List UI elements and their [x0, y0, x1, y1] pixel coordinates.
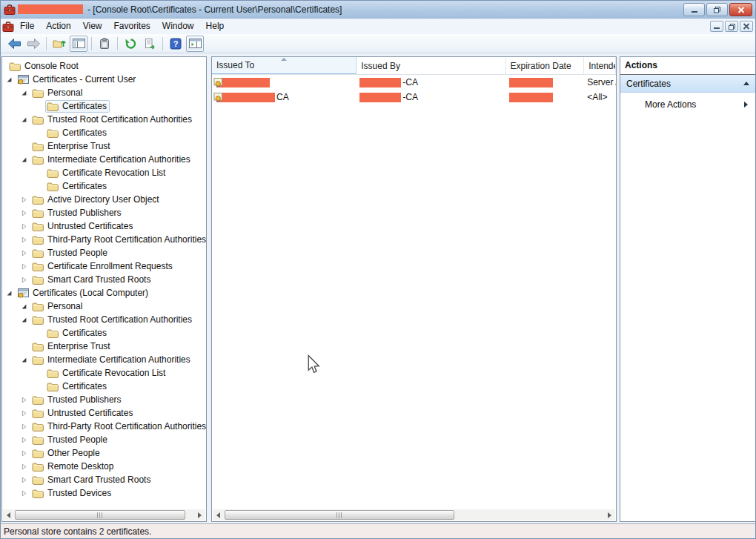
mdi-close-button[interactable]: [740, 21, 753, 32]
tree-item-intermediate-certification-authorities[interactable]: Intermediate Certification Authorities: [2, 353, 206, 366]
scroll-thumb[interactable]: [225, 510, 454, 520]
tree-item-certificates-current-user[interactable]: Certificates - Current User: [2, 73, 206, 86]
tree-horizontal-scrollbar[interactable]: [3, 509, 205, 520]
expander-collapsed-icon[interactable]: [21, 277, 30, 283]
refresh-icon[interactable]: [122, 36, 139, 52]
scroll-track[interactable]: [224, 509, 604, 520]
expander-collapsed-icon[interactable]: [21, 437, 30, 443]
tree-item-personal[interactable]: Personal: [2, 300, 206, 313]
up-one-level-icon[interactable]: [50, 36, 68, 52]
forward-icon[interactable]: [24, 36, 42, 52]
expander-collapsed-icon[interactable]: [21, 477, 30, 483]
tree-item-smart-card-trusted-roots[interactable]: Smart Card Trusted Roots: [2, 473, 206, 486]
tree-item-certificates[interactable]: Certificates: [2, 126, 206, 139]
tree-item-certificates[interactable]: Certificates: [2, 99, 206, 113]
tree-item-untrusted-certificates[interactable]: Untrusted Certificates: [2, 219, 206, 233]
tree-item-remote-desktop[interactable]: Remote Desktop: [2, 460, 206, 473]
expander-expanded-icon[interactable]: [6, 76, 16, 83]
expander-collapsed-icon[interactable]: [21, 250, 30, 257]
expander-expanded-icon[interactable]: [21, 357, 30, 363]
show-console-tree-toggle[interactable]: [70, 36, 87, 52]
tree-item-trusted-people[interactable]: Trusted People: [2, 246, 206, 259]
expander-collapsed-icon[interactable]: [21, 410, 30, 417]
expander-collapsed-icon[interactable]: [21, 237, 30, 243]
list-horizontal-scrollbar[interactable]: [213, 509, 615, 520]
tree-item-third-party-root-certification-authorities[interactable]: Third-Party Root Certification Authoriti…: [2, 420, 206, 433]
scroll-thumb[interactable]: [15, 510, 185, 520]
tree-item-console-root[interactable]: Console Root: [2, 59, 206, 73]
close-button[interactable]: [729, 3, 752, 16]
column-header-issued-by[interactable]: Issued By: [357, 57, 505, 74]
tree-item-trusted-root-certification-authorities[interactable]: Trusted Root Certification Authorities: [2, 113, 206, 126]
tree-item-enterprise-trust[interactable]: Enterprise Trust: [2, 139, 206, 153]
expander-collapsed-icon[interactable]: [21, 196, 30, 203]
expander-collapsed-icon[interactable]: [21, 490, 30, 497]
tree-item-other-people[interactable]: Other People: [2, 446, 206, 460]
tree-item-personal[interactable]: Personal: [2, 86, 206, 99]
tree-item-smart-card-trusted-roots[interactable]: Smart Card Trusted Roots: [2, 273, 206, 286]
tree-item-certificates-local-computer[interactable]: Certificates (Local Computer): [2, 286, 206, 300]
tree-item-untrusted-certificates[interactable]: Untrusted Certificates: [2, 406, 206, 420]
expander-collapsed-icon[interactable]: [21, 210, 30, 216]
expander-expanded-icon[interactable]: [6, 290, 16, 297]
tree-node-box: Trusted Publishers: [30, 394, 125, 406]
column-header-intende[interactable]: Intende: [584, 57, 616, 74]
menu-help[interactable]: Help: [200, 19, 231, 34]
tree-item-trusted-publishers[interactable]: Trusted Publishers: [2, 393, 206, 406]
mdi-minimize-button[interactable]: [710, 21, 723, 32]
tree-item-trusted-people[interactable]: Trusted People: [2, 433, 206, 446]
expander-collapsed-icon[interactable]: [21, 463, 30, 470]
expander-collapsed-icon[interactable]: [21, 263, 30, 270]
scroll-track[interactable]: [14, 509, 194, 520]
menu-action[interactable]: Action: [40, 19, 76, 34]
column-header-expiration-date[interactable]: Expiration Date: [506, 57, 585, 74]
collapse-section-icon[interactable]: [743, 82, 749, 85]
expander-expanded-icon[interactable]: [21, 90, 30, 96]
restore-button[interactable]: [706, 3, 728, 16]
expander-expanded-icon[interactable]: [21, 303, 30, 310]
mdi-restore-button[interactable]: [725, 21, 738, 32]
minimize-button[interactable]: [683, 3, 705, 16]
expander-collapsed-icon[interactable]: [21, 397, 30, 403]
properties-icon[interactable]: [96, 36, 113, 52]
expander-expanded-icon[interactable]: [21, 156, 30, 163]
expander-expanded-icon[interactable]: [21, 317, 30, 323]
tree-item-certificates[interactable]: Certificates: [2, 380, 206, 393]
tree-item-certificates[interactable]: Certificates: [2, 326, 206, 340]
column-header-issued-to[interactable]: Issued To: [212, 57, 357, 74]
show-action-pane-toggle[interactable]: [186, 36, 204, 52]
back-icon[interactable]: [5, 36, 23, 52]
scroll-left-arrow[interactable]: [213, 509, 224, 520]
export-list-icon[interactable]: [141, 36, 159, 52]
tree-item-third-party-root-certification-authorities[interactable]: Third-Party Root Certification Authoriti…: [2, 233, 206, 246]
actions-section-certificates[interactable]: Certificates: [620, 75, 755, 93]
tree-item-active-directory-user-object[interactable]: Active Directory User Object: [2, 193, 206, 206]
tree-item-trusted-devices[interactable]: Trusted Devices: [2, 486, 206, 500]
expander-collapsed-icon[interactable]: [21, 223, 30, 230]
tree-item-certificates[interactable]: Certificates: [2, 179, 206, 193]
tree-node-label: Intermediate Certification Authorities: [47, 154, 190, 165]
certificate-row[interactable]: CA-CA<All>: [212, 90, 616, 105]
scroll-right-arrow[interactable]: [194, 509, 205, 520]
scroll-left-arrow[interactable]: [3, 509, 14, 520]
tree-item-certificate-enrollment-requests[interactable]: Certificate Enrollment Requests: [2, 259, 206, 273]
scroll-right-arrow[interactable]: [604, 509, 615, 520]
more-actions-item[interactable]: More Actions: [620, 96, 755, 113]
menu-window[interactable]: Window: [156, 19, 200, 34]
expander-collapsed-icon[interactable]: [21, 423, 30, 430]
tree-item-trusted-root-certification-authorities[interactable]: Trusted Root Certification Authorities: [2, 313, 206, 326]
tree-item-certificate-revocation-list[interactable]: Certificate Revocation List: [2, 166, 206, 179]
tree-item-trusted-publishers[interactable]: Trusted Publishers: [2, 206, 206, 219]
tree-item-certificate-revocation-list[interactable]: Certificate Revocation List: [2, 366, 206, 380]
menu-favorites[interactable]: Favorites: [108, 19, 156, 34]
expander-expanded-icon[interactable]: [21, 116, 30, 123]
tree-item-enterprise-trust[interactable]: Enterprise Trust: [2, 340, 206, 353]
tree-node-box: Personal: [30, 300, 85, 313]
expander-collapsed-icon[interactable]: [21, 450, 30, 457]
tree-item-intermediate-certification-authorities[interactable]: Intermediate Certification Authorities: [2, 153, 206, 166]
menu-file[interactable]: File: [14, 19, 40, 34]
submenu-arrow-icon: [744, 102, 748, 108]
menu-view[interactable]: View: [77, 19, 108, 34]
certificate-row[interactable]: -CAServer A: [212, 75, 616, 90]
help-icon[interactable]: ?: [167, 36, 185, 52]
